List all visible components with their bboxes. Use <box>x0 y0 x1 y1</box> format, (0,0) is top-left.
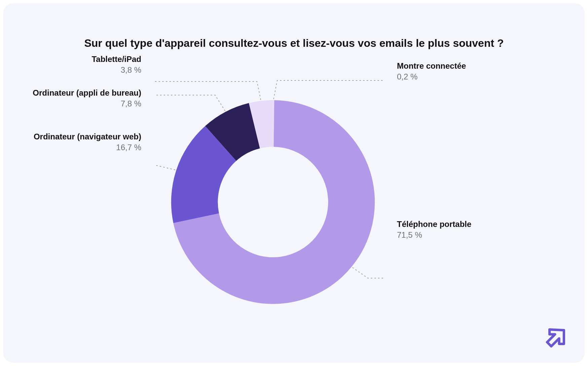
leader-line <box>155 81 261 100</box>
leader-line <box>273 80 384 99</box>
brand-logo-icon <box>544 325 568 349</box>
leader-line <box>155 166 175 170</box>
donut-chart: Montre connectée0,2 %Téléphone portable7… <box>3 64 585 342</box>
leader-line <box>353 268 384 278</box>
slice-label-name: Tablette/iPad <box>91 54 141 65</box>
leader-line <box>155 95 225 110</box>
chart-title: Sur quel type d'appareil consultez-vous … <box>3 3 585 49</box>
